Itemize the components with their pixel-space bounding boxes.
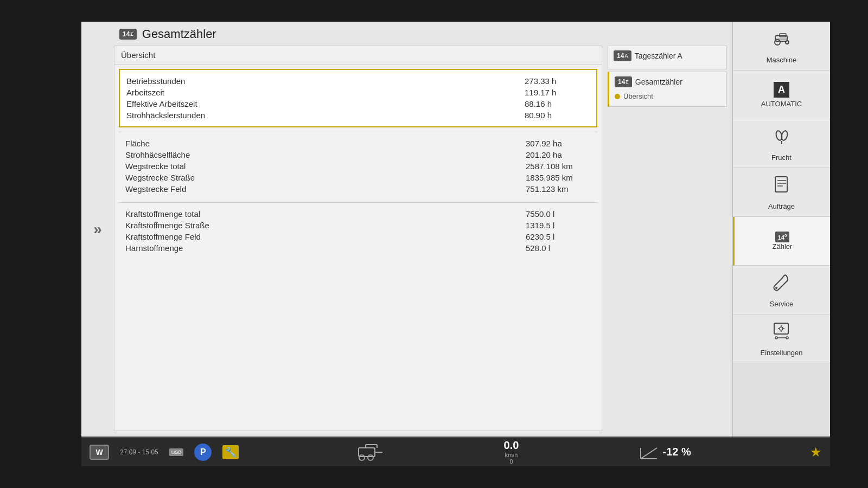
svg-line-25 <box>641 448 657 459</box>
row-label: Effektive Arbeitszeit <box>126 99 197 108</box>
row-value: 7550.0 l <box>526 209 591 219</box>
row-label: Wegstrecke total <box>125 162 186 171</box>
center-content: 14Σ Gesamtzähler Übersicht Betriebsstund… <box>114 22 732 436</box>
table-row: Kraftstoffmenge total 7550.0 l <box>125 208 591 220</box>
data-panel: Übersicht Betriebsstunden 273.33 h Arbei… <box>114 46 602 431</box>
svg-point-20 <box>359 455 365 460</box>
w-label: W <box>95 448 103 457</box>
sidebar-auftraege-label: Aufträge <box>768 202 795 210</box>
row-label: Kraftstoffmenge total <box>125 209 200 219</box>
active-dot-icon <box>615 94 620 99</box>
row-label: Betriebsstunden <box>126 76 185 86</box>
speed-value: 0.0 <box>504 439 519 452</box>
table-row: Strohhäckslerstunden 80.90 h <box>126 110 590 121</box>
table-row: Fläche 307.92 ha <box>125 138 591 149</box>
sidebar-service-label: Service <box>770 300 793 308</box>
sidebar-maschine-label: Maschine <box>767 56 797 64</box>
speed-sub: 0 <box>504 458 519 465</box>
timestamp: 27:09 - 15:05 <box>120 448 158 456</box>
sidebar-item-einstellungen[interactable]: Einstellungen <box>733 314 830 363</box>
row-label: Kraftstoffmenge Feld <box>125 232 201 241</box>
table-row: Kraftstoffmenge Feld 6230.5 l <box>125 231 591 242</box>
gesamtzaehler-badge: 14Σ <box>615 76 632 87</box>
gesamtzaehler-title: 14Σ Gesamtzähler <box>615 76 721 87</box>
main-area: » 14Σ Gesamtzähler Übersicht Betriebsstu… <box>81 22 830 436</box>
row-value: 1319.5 l <box>526 221 591 230</box>
page-header: 14Σ Gesamtzähler <box>114 27 727 41</box>
svg-point-12 <box>775 287 777 289</box>
tageszaehler-panel[interactable]: 14A Tageszähler A <box>608 46 727 69</box>
header-badge: 14Σ <box>119 29 137 40</box>
row-label: Harnstoffmenge <box>125 243 183 253</box>
orders-icon <box>772 175 792 200</box>
table-row: Wegstrecke Straße 1835.985 km <box>125 172 591 183</box>
row-value: 751.123 km <box>526 184 591 194</box>
slope-display: -12 % <box>638 442 691 462</box>
row-value: 2587.108 km <box>526 162 591 171</box>
service-wrench-icon: 🔧 <box>222 445 239 459</box>
table-row: Harnstoffmenge 528.0 l <box>125 242 591 254</box>
sidebar-item-zaehler[interactable]: 140 Zähler <box>733 217 830 266</box>
row-label: Kraftstoffmenge Straße <box>125 221 209 230</box>
row-label: Strohhäcselfläche <box>125 150 190 159</box>
row-value: 119.17 h <box>525 88 590 97</box>
harvester-icon <box>358 442 385 462</box>
w-button[interactable]: W <box>90 445 109 460</box>
automatic-icon: A <box>774 82 789 98</box>
wrench-icon <box>772 272 792 298</box>
time-section: Betriebsstunden 273.33 h Arbeitszeit 119… <box>119 69 597 127</box>
section-header: Übersicht <box>114 46 602 65</box>
content-row: Übersicht Betriebsstunden 273.33 h Arbei… <box>114 46 727 431</box>
counter-icon: 140 <box>775 232 790 242</box>
sidebar-item-maschine[interactable]: Maschine <box>733 22 830 70</box>
favorite-star-icon[interactable]: ★ <box>810 445 822 460</box>
gesamtzaehler-menu-item[interactable]: Übersicht <box>615 91 721 102</box>
row-value: 201.20 ha <box>526 150 591 159</box>
row-value: 1835.985 km <box>526 173 591 182</box>
row-value: 6230.5 l <box>526 232 591 241</box>
svg-point-16 <box>786 337 788 339</box>
sidebar-item-automatic[interactable]: A AUTOMATIC <box>733 70 830 119</box>
gesamtzaehler-label: Gesamtzähler <box>635 78 682 86</box>
svg-point-14 <box>775 337 777 339</box>
svg-rect-13 <box>774 323 788 334</box>
row-label: Wegstrecke Feld <box>125 184 186 194</box>
sidebar-zaehler-label: Zähler <box>773 242 793 251</box>
table-row: Kraftstoffmenge Straße 1319.5 l <box>125 220 591 231</box>
harvester-status <box>358 442 385 462</box>
tageszaehler-badge: 14A <box>614 50 631 61</box>
gesamtzaehler-menu-label: Übersicht <box>623 92 653 100</box>
main-screen: » 14Σ Gesamtzähler Übersicht Betriebsstu… <box>81 22 830 466</box>
sidebar-frucht-label: Frucht <box>771 153 792 162</box>
sidebar-automatic-label: AUTOMATIC <box>761 100 802 108</box>
table-row: Betriebsstunden 273.33 h <box>126 75 590 87</box>
sidebar-item-auftraege[interactable]: Aufträge <box>733 168 830 217</box>
back-arrow-icon[interactable]: » <box>93 221 102 238</box>
row-label: Fläche <box>125 139 150 148</box>
speed-unit: km/h <box>504 452 519 458</box>
row-label: Wegstrecke Straße <box>125 173 195 182</box>
row-label: Strohhäckslerstunden <box>126 111 205 120</box>
row-value: 528.0 l <box>526 243 591 253</box>
table-row: Strohhäcselfläche 201.20 ha <box>125 149 591 160</box>
sidebar-item-service[interactable]: Service <box>733 266 830 314</box>
usb-indicator: USB <box>169 448 184 456</box>
speed-display: 0.0 km/h 0 <box>504 439 519 465</box>
table-row: Wegstrecke total 2587.108 km <box>125 160 591 172</box>
sidebar-einstellungen-label: Einstellungen <box>760 349 802 357</box>
right-sub-panel: 14A Tageszähler A 14Σ Gesamtzähler Übers… <box>608 46 727 431</box>
tageszaehler-title: 14A Tageszähler A <box>614 50 721 61</box>
parking-indicator: P <box>194 444 212 461</box>
table-row: Arbeitszeit 119.17 h <box>126 87 590 98</box>
parking-label: P <box>200 447 206 457</box>
svg-point-6 <box>780 130 788 141</box>
slope-icon <box>638 442 660 462</box>
left-nav[interactable]: » <box>81 22 114 436</box>
gesamtzaehler-panel[interactable]: 14Σ Gesamtzähler Übersicht <box>608 72 727 107</box>
sidebar-item-frucht[interactable]: Frucht <box>733 119 830 168</box>
slope-value: -12 % <box>663 446 691 458</box>
svg-point-21 <box>368 455 373 460</box>
row-value: 80.90 h <box>525 111 590 120</box>
page-title: Gesamtzähler <box>142 27 216 41</box>
settings-icon <box>772 321 792 346</box>
